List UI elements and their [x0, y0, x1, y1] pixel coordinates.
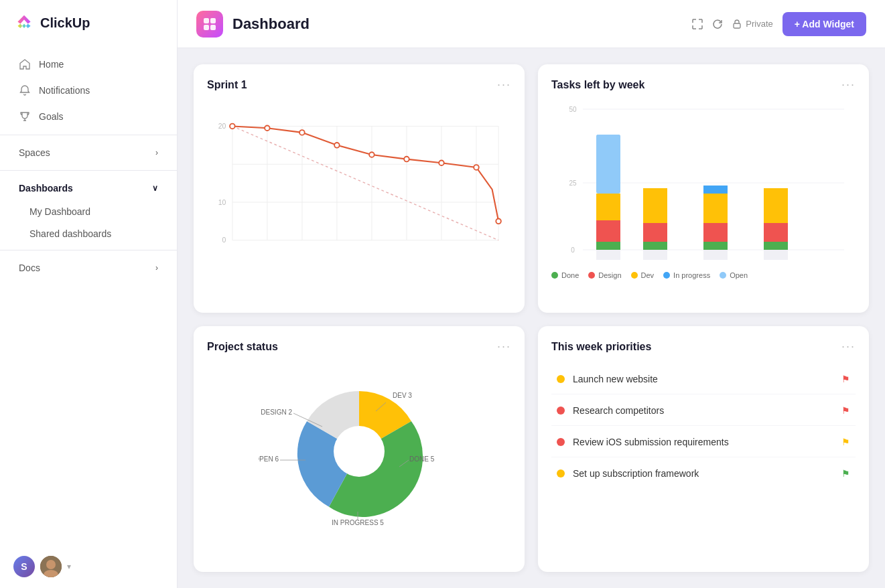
svg-rect-61 — [596, 250, 620, 260]
svg-text:0: 0 — [222, 236, 226, 244]
dashboards-label: Dashboards — [19, 183, 73, 194]
priorities-menu-button[interactable]: ··· — [841, 340, 856, 354]
svg-rect-42 — [596, 242, 620, 250]
priority-text-1: Launch new website — [573, 374, 658, 384]
priority-flag-3: ⚑ — [841, 437, 850, 447]
svg-rect-49 — [643, 223, 667, 242]
main-content: Dashboard Private + Add Widget Sprint 1 … — [178, 0, 885, 588]
chevron-right-icon: › — [155, 148, 158, 157]
svg-point-3 — [46, 560, 56, 569]
sidebar-item-shared-dashboards[interactable]: Shared dashboards — [5, 223, 172, 244]
project-status-widget: Project status ··· — [194, 326, 525, 572]
sprint-widget: Sprint 1 ··· — [194, 64, 525, 313]
svg-text:0: 0 — [571, 246, 575, 254]
shared-dashboards-label: Shared dashboards — [29, 228, 111, 239]
svg-rect-60 — [764, 188, 788, 192]
logo-area: ClickUp — [0, 0, 177, 46]
user-photo — [40, 556, 62, 577]
project-card-header: Project status ··· — [207, 340, 511, 354]
legend-open: Open — [720, 271, 748, 279]
legend-inprogress: In progress — [663, 271, 710, 279]
svg-rect-5 — [204, 18, 209, 23]
design-dot — [588, 272, 595, 279]
svg-point-31 — [369, 152, 375, 157]
priority-left-1: Launch new website — [557, 374, 658, 384]
priority-dot-3 — [557, 438, 565, 446]
sidebar-item-my-dashboard[interactable]: My Dashboard — [5, 201, 172, 222]
svg-point-65 — [334, 426, 385, 477]
svg-text:DONE 5: DONE 5 — [409, 455, 435, 463]
svg-rect-47 — [596, 135, 620, 139]
svg-text:DESIGN 2: DESIGN 2 — [261, 409, 292, 416]
svg-rect-59 — [764, 188, 788, 223]
priority-flag-1: ⚑ — [841, 374, 850, 384]
dashboard-icon — [196, 11, 223, 38]
chevron-down-icon: ∨ — [152, 183, 158, 193]
priority-dot-1 — [557, 375, 565, 383]
svg-point-32 — [404, 157, 409, 162]
priority-item-1: Launch new website ⚑ — [551, 364, 856, 394]
svg-rect-45 — [596, 135, 620, 194]
open-dot — [720, 272, 726, 279]
sprint-chart: 20 10 0 — [207, 102, 511, 277]
refresh-button[interactable] — [712, 19, 723, 29]
sidebar-section-docs[interactable]: Docs › — [5, 256, 172, 280]
svg-rect-7 — [204, 25, 209, 30]
sidebar-item-home-label: Home — [39, 59, 64, 70]
sidebar-item-goals[interactable]: Goals — [5, 104, 172, 129]
header-right: Private + Add Widget — [692, 12, 866, 36]
sidebar-item-home[interactable]: Home — [5, 52, 172, 77]
tasks-title: Tasks left by week — [551, 79, 644, 91]
svg-rect-50 — [643, 188, 667, 223]
open-label: Open — [730, 271, 748, 279]
priority-flag-2: ⚑ — [841, 405, 850, 416]
svg-rect-63 — [703, 250, 728, 260]
priority-text-2: Research competitors — [573, 405, 664, 416]
dropdown-icon[interactable]: ▾ — [67, 562, 71, 571]
private-label: Private — [746, 19, 772, 29]
pie-chart-area: DEV 3 DONE 5 IN PROGRESS 5 OPEN 6 DESIGN… — [207, 364, 511, 538]
priority-dot-4 — [557, 469, 565, 477]
expand-button[interactable] — [692, 19, 703, 29]
pie-svg: DEV 3 DONE 5 IN PROGRESS 5 OPEN 6 DESIGN… — [259, 368, 460, 535]
inprogress-dot — [663, 272, 670, 279]
sidebar-footer: S ▾ — [0, 545, 177, 588]
tasks-chart-area: 50 25 0 — [551, 102, 856, 263]
tasks-menu-button[interactable]: ··· — [841, 78, 856, 92]
priority-list: Launch new website ⚑ Research competitor… — [551, 364, 856, 488]
svg-text:OPEN 6: OPEN 6 — [259, 455, 279, 463]
svg-rect-8 — [210, 25, 216, 30]
priorities-widget: This week priorities ··· Launch new webs… — [538, 326, 869, 572]
svg-rect-44 — [596, 194, 620, 220]
priorities-card-header: This week priorities ··· — [551, 340, 856, 354]
svg-rect-54 — [703, 194, 728, 223]
priority-left-3: Review iOS submission requirements — [557, 437, 729, 447]
svg-point-27 — [230, 124, 235, 129]
sidebar-section-spaces[interactable]: Spaces › — [5, 141, 172, 165]
sidebar: ClickUp Home Notifications Goals Space — [0, 0, 178, 588]
svg-text:25: 25 — [569, 179, 577, 187]
svg-marker-0 — [17, 15, 30, 24]
svg-point-29 — [299, 130, 305, 135]
add-widget-button[interactable]: + Add Widget — [782, 12, 866, 36]
svg-rect-51 — [643, 188, 667, 192]
inprogress-label: In progress — [673, 271, 710, 279]
user-avatar[interactable]: S — [13, 556, 35, 577]
svg-rect-53 — [703, 223, 728, 242]
divider-1 — [0, 135, 177, 135]
pie-chart-container: DEV 3 DONE 5 IN PROGRESS 5 OPEN 6 DESIGN… — [259, 368, 460, 535]
private-toggle[interactable]: Private — [732, 19, 772, 29]
priority-flag-4: ⚑ — [841, 468, 850, 479]
priority-item-2: Research competitors ⚑ — [551, 396, 856, 426]
sidebar-item-notifications[interactable]: Notifications — [5, 78, 172, 103]
legend-design: Design — [588, 271, 621, 279]
docs-label: Docs — [19, 263, 40, 273]
dev-label: Dev — [641, 271, 655, 279]
home-icon — [19, 58, 31, 70]
sidebar-section-dashboards[interactable]: Dashboards ∨ — [5, 176, 172, 200]
logo-text: ClickUp — [40, 15, 90, 31]
project-menu-button[interactable]: ··· — [497, 340, 511, 354]
sprint-menu-button[interactable]: ··· — [497, 78, 511, 92]
svg-text:DEV 3: DEV 3 — [393, 392, 412, 399]
priority-item-4: Set up subscription framework ⚑ — [551, 459, 856, 488]
